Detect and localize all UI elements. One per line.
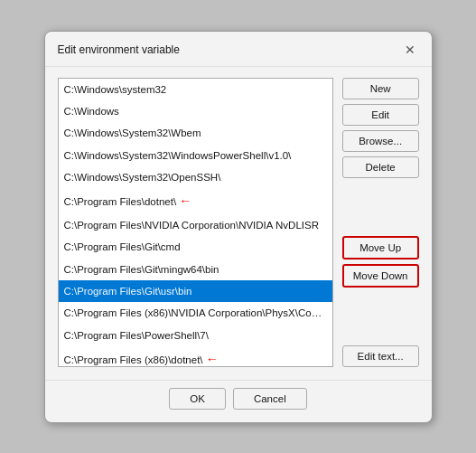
list-item[interactable]: C:\Windows\System32\Wbem [59, 122, 332, 144]
delete-button[interactable]: Delete [342, 156, 419, 178]
edit-env-var-dialog: Edit environment variable ✕ C:\Windows\s… [44, 31, 433, 423]
list-item[interactable]: C:\Program Files\Git\usr\bin [59, 280, 332, 302]
list-item[interactable]: C:\Windows [59, 100, 332, 122]
dialog-footer: OK Cancel [45, 380, 432, 422]
list-item[interactable]: C:\Program Files\Git\cmd [59, 236, 332, 258]
list-item[interactable]: C:\Windows\System32\WindowsPowerShell\v1… [59, 145, 332, 166]
list-item[interactable]: C:\Program Files\PowerShell\7\ [59, 325, 332, 346]
list-item[interactable]: C:\Program Files\dotnet\ ← [59, 188, 332, 213]
edit-button[interactable]: Edit [342, 104, 419, 126]
browse-button[interactable]: Browse... [342, 130, 419, 152]
list-item[interactable]: C:\Program Files\NVIDIA Corporation\NVID… [59, 214, 332, 236]
edit-text-button[interactable]: Edit text... [342, 345, 419, 367]
list-item[interactable]: C:\Windows\System32\OpenSSH\ [59, 166, 332, 188]
new-button[interactable]: New [342, 78, 419, 99]
close-button[interactable]: ✕ [401, 41, 419, 59]
list-item[interactable]: C:\Program Files (x86)\NVIDIA Corporatio… [59, 302, 332, 324]
move-up-button[interactable]: Move Up [342, 236, 419, 260]
action-buttons: New Edit Browse... Delete Move Up Move D… [342, 78, 419, 367]
dialog-title: Edit environment variable [58, 43, 180, 56]
title-bar: Edit environment variable ✕ [45, 32, 432, 67]
ok-button[interactable]: OK [169, 388, 226, 410]
env-var-list[interactable]: C:\Windows\system32C:\WindowsC:\Windows\… [58, 78, 333, 367]
cancel-button[interactable]: Cancel [233, 388, 307, 410]
dialog-content: C:\Windows\system32C:\WindowsC:\Windows\… [45, 67, 432, 378]
move-down-button[interactable]: Move Down [342, 264, 419, 288]
list-item[interactable]: C:\Windows\system32 [59, 79, 332, 100]
list-item[interactable]: C:\Program Files (x86)\dotnet\ ← [59, 346, 332, 366]
list-item[interactable]: C:\Program Files\Git\mingw64\bin [59, 259, 332, 280]
